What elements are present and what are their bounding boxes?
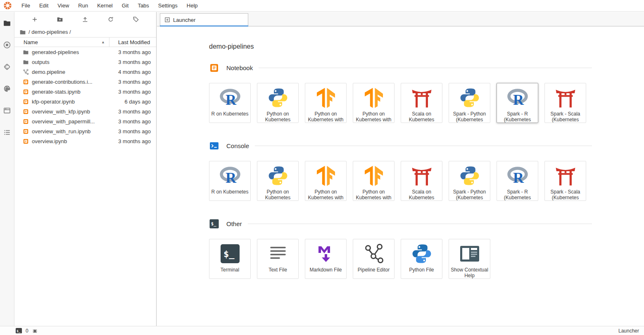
menu-item[interactable]: Settings xyxy=(154,0,182,12)
file-row[interactable]: generate-stats.ipynb 3 months ago xyxy=(14,87,156,97)
launcher-card[interactable]: Spark - Scala (Kubernetes xyxy=(544,161,586,201)
launcher-card[interactable]: Show Contextual Help xyxy=(449,239,490,279)
pipeline-icon xyxy=(23,69,29,75)
card-label: Spark - Scala (Kubernetes xyxy=(546,111,585,123)
console-icon xyxy=(209,141,219,151)
menu-item[interactable]: View xyxy=(53,0,74,12)
section-other: $_ Other $_ Terminal Text File xyxy=(209,218,592,279)
launcher-card[interactable]: Python on Kubernetes xyxy=(257,83,299,123)
launcher-card[interactable]: Spark - Python (Kubernetes xyxy=(449,161,490,201)
file-modified: 3 months ago xyxy=(109,79,156,85)
toolbar-button[interactable] xyxy=(79,14,91,25)
torii-icon xyxy=(411,87,433,109)
launcher-card[interactable]: Text File xyxy=(257,239,299,279)
contextual-help-icon xyxy=(459,243,480,264)
toolbar-button[interactable] xyxy=(130,14,142,25)
launcher-card[interactable]: Python on Kubernetes with xyxy=(353,161,394,201)
tag-icon xyxy=(133,16,139,23)
svg-text:R: R xyxy=(226,170,237,186)
column-header-modified[interactable]: Last Modified xyxy=(109,39,156,45)
card-label: Spark - R (Kubernetes xyxy=(498,111,537,123)
notebook-icon xyxy=(23,109,29,115)
launcher-card[interactable]: Python on Kubernetes with xyxy=(305,161,347,201)
section-divider xyxy=(248,224,592,224)
terminal-badge-icon[interactable]: $_ xyxy=(15,327,22,334)
launcher-card[interactable]: Python on Kubernetes with xyxy=(305,83,347,123)
file-name: generated-pipelines xyxy=(32,49,109,55)
launcher-card[interactable]: Python on Kubernetes with xyxy=(353,83,394,123)
menu-item[interactable]: File xyxy=(17,0,35,12)
menu-item[interactable]: Help xyxy=(182,0,202,12)
card-label: Python on Kubernetes xyxy=(258,189,297,201)
card-label: Python on Kubernetes with xyxy=(306,189,345,201)
notebook-icon xyxy=(23,118,29,125)
menu-item[interactable]: Git xyxy=(117,0,133,12)
launcher-card[interactable]: Scala on Kubernetes xyxy=(401,83,442,123)
launcher-panel: demo-pipelines Notebook R R on Kubernete… xyxy=(157,26,644,326)
sidebar-tab[interactable] xyxy=(0,121,14,143)
card-label: Python on Kubernetes with xyxy=(354,189,393,201)
toolbar-button[interactable] xyxy=(29,14,40,25)
launcher-card[interactable]: Spark - Scala (Kubernetes xyxy=(544,83,586,123)
column-header-name[interactable]: Name ▲ xyxy=(14,38,109,47)
sort-ascending-icon: ▲ xyxy=(101,40,105,44)
card-label: Spark - Scala (Kubernetes xyxy=(546,189,585,201)
launcher-card[interactable]: R R on Kubernetes xyxy=(209,83,251,123)
bug-icon[interactable] xyxy=(32,328,38,334)
file-row[interactable]: kfp-operator.ipynb 6 days ago xyxy=(14,97,156,106)
r-logo-icon: R xyxy=(507,165,528,186)
file-modified: 3 months ago xyxy=(109,59,156,65)
launcher-card[interactable]: R R on Kubernetes xyxy=(209,161,251,201)
tab-launcher[interactable]: Launcher xyxy=(160,13,248,26)
tensorflow-icon xyxy=(363,87,385,109)
torii-icon xyxy=(411,165,433,186)
file-browser-toolbar xyxy=(14,12,156,27)
menu-item[interactable]: Tabs xyxy=(133,0,153,12)
card-label: R on Kubernetes xyxy=(210,189,250,201)
file-row[interactable]: overview_with_run.ipynb 3 months ago xyxy=(14,126,156,136)
file-row[interactable]: demo.pipeline 4 months ago xyxy=(14,67,156,77)
sidebar-tab[interactable] xyxy=(0,78,14,99)
launcher-card[interactable]: Scala on Kubernetes xyxy=(401,161,442,201)
card-label: Pipeline Editor xyxy=(354,267,393,278)
sidebar-tab[interactable] xyxy=(0,12,14,34)
launcher-card[interactable]: R Spark - R (Kubernetes xyxy=(497,161,538,201)
file-row[interactable]: generate-contributions.i... 3 months ago xyxy=(14,77,156,87)
sidebar-tab[interactable] xyxy=(0,34,14,56)
toolbar-button[interactable] xyxy=(105,14,116,25)
launcher-icon xyxy=(164,17,170,23)
notebook-icon xyxy=(23,89,29,95)
file-row[interactable]: overview_with_kfp.ipynb 3 months ago xyxy=(14,106,156,116)
menu-item[interactable]: Edit xyxy=(35,0,53,12)
launcher-card[interactable]: $_ Terminal xyxy=(209,239,251,279)
column-name-label: Name xyxy=(24,39,38,45)
launcher-card[interactable]: Pipeline Editor xyxy=(353,239,394,279)
launcher-card[interactable]: R Spark - R (Kubernetes xyxy=(497,83,538,123)
notebook-icon xyxy=(23,138,29,144)
launcher-card[interactable]: Python File xyxy=(401,239,442,279)
menu-item[interactable]: Run xyxy=(74,0,93,12)
card-label: Python File xyxy=(402,267,441,278)
launcher-card[interactable]: Python on Kubernetes xyxy=(257,161,299,201)
jupyter-logo-icon xyxy=(3,1,12,10)
toolbar-button[interactable] xyxy=(54,14,66,25)
file-name: kfp-operator.ipynb xyxy=(32,99,109,105)
launcher-card[interactable]: Spark - Python (Kubernetes xyxy=(449,83,490,123)
terminal-count: 0 xyxy=(26,328,29,334)
home-folder-icon[interactable] xyxy=(19,29,26,35)
sidebar-tab[interactable] xyxy=(0,56,14,78)
sidebar-tabs xyxy=(0,12,14,143)
file-name: outputs xyxy=(32,59,109,65)
folder-icon xyxy=(23,59,29,65)
sidebar-tab[interactable] xyxy=(0,99,14,121)
file-row[interactable]: generated-pipelines 3 months ago xyxy=(14,47,156,57)
file-row[interactable]: overview.ipynb 3 months ago xyxy=(14,136,156,146)
menu-item[interactable]: Kernel xyxy=(93,0,117,12)
file-row[interactable]: overview_with_papermill... 3 months ago xyxy=(14,116,156,126)
card-label: Python on Kubernetes xyxy=(258,111,297,123)
file-row[interactable]: outputs 3 months ago xyxy=(14,57,156,67)
tensorflow-icon xyxy=(315,165,337,186)
tensorflow-icon xyxy=(315,87,337,109)
svg-text:$_: $_ xyxy=(211,221,216,226)
launcher-card[interactable]: Markdown File xyxy=(305,239,347,279)
